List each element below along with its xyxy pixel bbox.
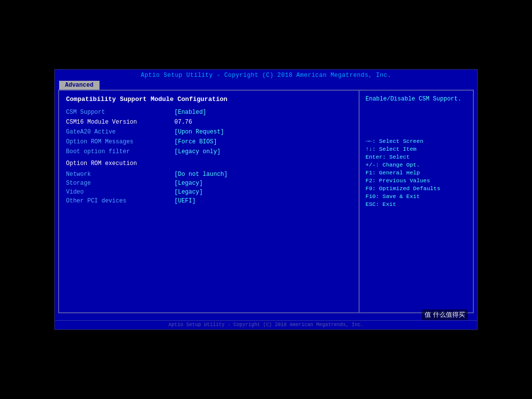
network-value[interactable]: [Do not launch] — [174, 171, 228, 178]
csm16-label: CSM16 Module Version — [66, 119, 174, 126]
option-rom-messages-label[interactable]: Option ROM Messages — [66, 138, 174, 145]
header-bar: Aptio Setup Utility - Copyright (C) 2018… — [55, 70, 477, 79]
boot-option-filter-value[interactable]: [Legacy only] — [174, 148, 221, 155]
other-pci-label[interactable]: Other PCI devices — [66, 198, 174, 204]
key-f10-save: F10: Save & Exit — [366, 193, 467, 200]
gatea20-label[interactable]: GateA20 Active — [66, 129, 174, 135]
storage-label[interactable]: Storage — [66, 180, 174, 187]
help-spacer — [366, 106, 467, 136]
video-value[interactable]: [Legacy] — [174, 189, 203, 196]
storage-value[interactable]: [Legacy] — [174, 180, 203, 187]
storage-row: Storage [Legacy] — [66, 180, 352, 187]
video-row: Video [Legacy] — [66, 189, 352, 196]
boot-option-filter-row: Boot option filter [Legacy only] — [66, 148, 352, 155]
section-title: Compatibility Support Module Configurati… — [66, 96, 352, 103]
sub-items: Network [Do not launch] Storage [Legacy]… — [66, 171, 352, 204]
tab-advanced[interactable]: Advanced — [59, 81, 100, 90]
csm16-value: 07.76 — [174, 119, 192, 126]
option-rom-section: Option ROM execution Network [Do not lau… — [66, 160, 352, 204]
key-esc-exit: ESC: Exit — [366, 201, 467, 207]
right-panel: Enable/Disable CSM Support. →←: Select S… — [360, 91, 473, 312]
gatea20-value[interactable]: [Upon Request] — [174, 129, 224, 135]
option-rom-title: Option ROM execution — [66, 160, 352, 167]
key-change-opt: +/-: Change Opt. — [366, 162, 467, 168]
other-pci-row: Other PCI devices [UEFI] — [66, 198, 352, 204]
csm16-row: CSM16 Module Version 07.76 — [66, 119, 352, 126]
key-select-item: ↑↓: Select Item — [366, 146, 467, 152]
main-content: Compatibility Support Module Configurati… — [58, 90, 474, 313]
key-f9-defaults: F9: Optimized Defaults — [366, 185, 467, 192]
key-f1-help: F1: General Help — [366, 169, 467, 176]
watermark: 值 什么值得买 — [422, 309, 468, 320]
help-text: Enable/Disable CSM Support. — [366, 96, 467, 102]
bottom-bar: Aptio Setup Utility - Copyright (C) 2018… — [55, 320, 477, 329]
bottom-title: Aptio Setup Utility - Copyright (C) 2018… — [168, 322, 364, 328]
key-help: →←: Select Screen ↑↓: Select Item Enter:… — [366, 138, 467, 207]
csm-support-label: CSM Support — [66, 109, 174, 116]
network-label[interactable]: Network — [66, 171, 174, 178]
key-select-screen: →←: Select Screen — [366, 138, 467, 144]
key-f2-prev: F2: Previous Values — [366, 177, 467, 184]
csm-support-row: CSM Support [Enabled] — [66, 109, 352, 116]
option-rom-messages-value[interactable]: [Force BIOS] — [174, 138, 217, 145]
video-label[interactable]: Video — [66, 189, 174, 196]
gatea20-row: GateA20 Active [Upon Request] — [66, 129, 352, 135]
network-row: Network [Do not launch] — [66, 171, 352, 178]
boot-option-filter-label[interactable]: Boot option filter — [66, 148, 174, 155]
left-panel: Compatibility Support Module Configurati… — [59, 91, 360, 312]
key-enter-select: Enter: Select — [366, 154, 467, 160]
header-title: Aptio Setup Utility - Copyright (C) 2018… — [141, 72, 391, 79]
option-rom-messages-row: Option ROM Messages [Force BIOS] — [66, 138, 352, 145]
bios-screen: Aptio Setup Utility - Copyright (C) 2018… — [54, 69, 478, 330]
csm-support-value[interactable]: [Enabled] — [174, 109, 206, 116]
tab-row: Advanced — [55, 79, 477, 90]
other-pci-value[interactable]: [UEFI] — [174, 198, 196, 204]
